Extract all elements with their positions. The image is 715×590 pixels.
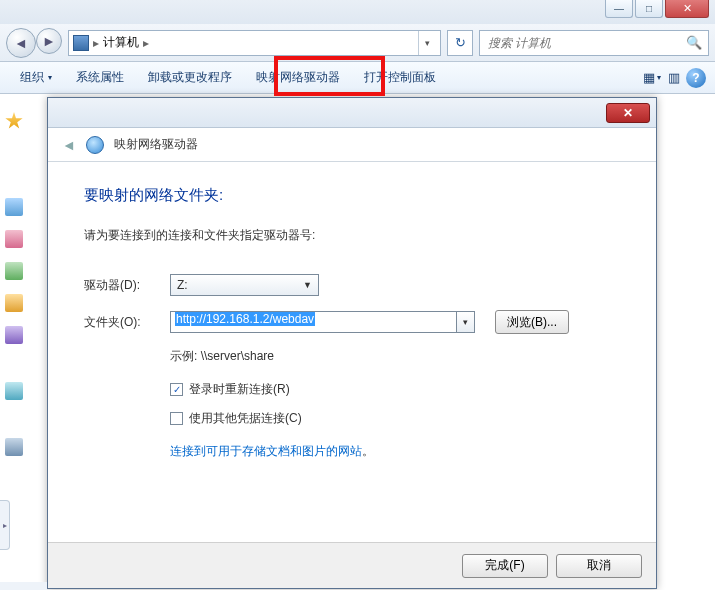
toolbar-map-network-drive[interactable]: 映射网络驱动器 bbox=[244, 62, 352, 94]
reconnect-checkbox-row[interactable]: ✓ 登录时重新连接(R) bbox=[170, 381, 620, 398]
folder-dropdown-button[interactable]: ▾ bbox=[457, 311, 475, 333]
libraries-icon[interactable] bbox=[5, 198, 23, 216]
breadcrumb-sep-icon: ▸ bbox=[143, 36, 149, 50]
search-box[interactable]: 🔍 bbox=[479, 30, 709, 56]
window-titlebar: — □ ✕ bbox=[0, 0, 715, 24]
dialog-footer: 完成(F) 取消 bbox=[48, 542, 656, 588]
storage-website-link[interactable]: 连接到可用于存储文档和图片的网站 bbox=[170, 444, 362, 458]
chevron-down-icon: ▾ bbox=[657, 73, 661, 82]
toolbar-organize-label: 组织 bbox=[20, 69, 44, 86]
nav-row: ◄ ► ▸ 计算机 ▸ ▾ ↻ 🔍 bbox=[0, 24, 715, 62]
folder-input[interactable]: http://192.168.1.2/webdav bbox=[170, 311, 457, 333]
network-drive-icon bbox=[86, 136, 104, 154]
toolbar-organize[interactable]: 组织 ▾ bbox=[8, 62, 64, 94]
view-options-button[interactable]: ▦ ▾ bbox=[641, 67, 663, 89]
help-button[interactable]: ? bbox=[685, 67, 707, 89]
toolbar-system-properties[interactable]: 系统属性 bbox=[64, 62, 136, 94]
chevron-down-icon: ▼ bbox=[303, 280, 312, 290]
toolbar: 组织 ▾ 系统属性 卸载或更改程序 映射网络驱动器 打开控制面板 ▦ ▾ ▥ ? bbox=[0, 62, 715, 94]
documents-icon[interactable] bbox=[5, 294, 23, 312]
preview-pane-icon: ▥ bbox=[668, 70, 680, 85]
reconnect-label: 登录时重新连接(R) bbox=[189, 381, 290, 398]
folder-example-text: 示例: \\server\share bbox=[170, 348, 620, 365]
window-close-button[interactable]: ✕ bbox=[665, 0, 709, 18]
dialog-title-text: 映射网络驱动器 bbox=[114, 136, 198, 153]
back-button[interactable]: ◄ bbox=[6, 28, 36, 58]
nav-buttons: ◄ ► bbox=[6, 28, 62, 58]
status-strip bbox=[0, 582, 47, 590]
drive-label: 驱动器(D): bbox=[84, 277, 162, 294]
search-icon[interactable]: 🔍 bbox=[686, 35, 702, 50]
computer-nav-icon[interactable] bbox=[5, 438, 23, 456]
other-credentials-checkbox-row[interactable]: 使用其他凭据连接(C) bbox=[170, 410, 620, 427]
browse-button[interactable]: 浏览(B)... bbox=[495, 310, 569, 334]
dialog-back-icon[interactable]: ◄ bbox=[62, 137, 76, 153]
dialog-instruction: 请为要连接到的连接和文件夹指定驱动器号: bbox=[84, 227, 620, 244]
breadcrumb-sep-icon: ▸ bbox=[93, 36, 99, 50]
map-network-drive-dialog: ✕ ◄ 映射网络驱动器 要映射的网络文件夹: 请为要连接到的连接和文件夹指定驱动… bbox=[47, 97, 657, 589]
drive-row: 驱动器(D): Z: ▼ bbox=[84, 274, 620, 296]
music-icon[interactable] bbox=[5, 326, 23, 344]
breadcrumb-dropdown-icon[interactable]: ▾ bbox=[418, 31, 436, 55]
maximize-button[interactable]: □ bbox=[635, 0, 663, 18]
minimize-button[interactable]: — bbox=[605, 0, 633, 18]
forward-button[interactable]: ► bbox=[36, 28, 62, 54]
breadcrumb-root[interactable]: 计算机 bbox=[103, 34, 139, 51]
drive-select-value: Z: bbox=[177, 278, 188, 292]
finish-button[interactable]: 完成(F) bbox=[462, 554, 548, 578]
dialog-close-button[interactable]: ✕ bbox=[606, 103, 650, 123]
drive-select[interactable]: Z: ▼ bbox=[170, 274, 319, 296]
pictures-icon[interactable] bbox=[5, 262, 23, 280]
folder-row: 文件夹(O): http://192.168.1.2/webdav ▾ 浏览(B… bbox=[84, 310, 620, 334]
dialog-body: 要映射的网络文件夹: 请为要连接到的连接和文件夹指定驱动器号: 驱动器(D): … bbox=[48, 162, 656, 472]
cancel-button[interactable]: 取消 bbox=[556, 554, 642, 578]
chevron-down-icon: ▾ bbox=[48, 73, 52, 82]
refresh-button[interactable]: ↻ bbox=[447, 30, 473, 56]
toolbar-uninstall[interactable]: 卸载或更改程序 bbox=[136, 62, 244, 94]
sidebar-expand-handle[interactable]: ▸ bbox=[0, 500, 10, 550]
search-input[interactable] bbox=[486, 35, 680, 51]
preview-pane-button[interactable]: ▥ bbox=[663, 67, 685, 89]
folder-input-value: http://192.168.1.2/webdav bbox=[175, 312, 315, 326]
link-period: 。 bbox=[362, 444, 374, 458]
folder-label: 文件夹(O): bbox=[84, 314, 162, 331]
videos-icon[interactable] bbox=[5, 230, 23, 248]
toolbar-control-panel[interactable]: 打开控制面板 bbox=[352, 62, 448, 94]
favorites-icon[interactable] bbox=[5, 112, 23, 130]
other-credentials-label: 使用其他凭据连接(C) bbox=[189, 410, 302, 427]
reconnect-checkbox[interactable]: ✓ bbox=[170, 383, 183, 396]
help-icon: ? bbox=[686, 68, 706, 88]
folder-combobox[interactable]: http://192.168.1.2/webdav ▾ bbox=[170, 311, 475, 333]
dialog-header: ◄ 映射网络驱动器 bbox=[48, 128, 656, 162]
sidebar: ▸ bbox=[0, 94, 28, 590]
dialog-heading: 要映射的网络文件夹: bbox=[84, 186, 620, 205]
computer-icon bbox=[73, 35, 89, 51]
other-credentials-checkbox[interactable] bbox=[170, 412, 183, 425]
breadcrumb-bar[interactable]: ▸ 计算机 ▸ ▾ bbox=[68, 30, 441, 56]
dialog-titlebar[interactable]: ✕ bbox=[48, 98, 656, 128]
view-options-icon: ▦ bbox=[643, 70, 655, 85]
homegroup-icon[interactable] bbox=[5, 382, 23, 400]
storage-website-line: 连接到可用于存储文档和图片的网站。 bbox=[170, 443, 620, 460]
